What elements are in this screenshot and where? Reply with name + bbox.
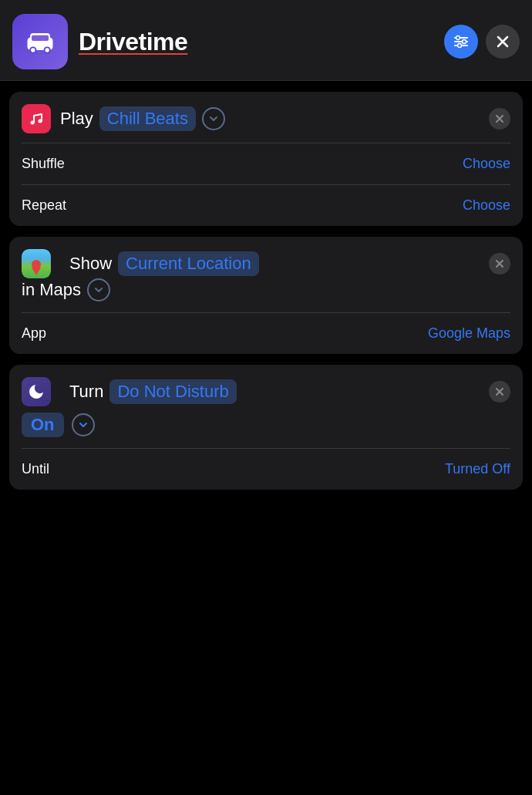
- play-param[interactable]: Chill Beats: [99, 106, 196, 131]
- play-chevron[interactable]: [202, 107, 225, 130]
- repeat-value[interactable]: Choose: [463, 197, 510, 214]
- shuffle-label: Shuffle: [22, 156, 65, 172]
- sliders-icon: [453, 33, 470, 50]
- sliders-button[interactable]: [444, 25, 478, 59]
- dnd-card: Turn Do Not Disturb On Until Turned Off: [9, 365, 523, 490]
- maps-suffix-row: in Maps: [9, 278, 523, 312]
- music-note-icon: [28, 110, 45, 127]
- shuffle-value[interactable]: Choose: [463, 156, 510, 172]
- header-controls: [444, 25, 520, 59]
- shuffle-row: Shuffle Choose: [9, 143, 523, 184]
- close-icon: [497, 35, 509, 48]
- close-icon: [495, 387, 504, 396]
- svg-point-12: [458, 44, 462, 48]
- until-label: Until: [22, 461, 49, 477]
- header: Drivetime: [0, 0, 532, 81]
- app-title: Drivetime: [79, 28, 444, 56]
- svg-point-10: [456, 36, 460, 40]
- maps-chevron[interactable]: [87, 278, 110, 301]
- until-value[interactable]: Turned Off: [445, 461, 510, 477]
- play-close-button[interactable]: [489, 108, 510, 130]
- play-verb: Play: [60, 109, 93, 129]
- dnd-header-content: Turn Do Not Disturb: [69, 379, 489, 404]
- until-row: Until Turned Off: [9, 449, 523, 490]
- play-card-header: Play Chill Beats: [9, 92, 523, 143]
- svg-point-11: [463, 40, 466, 44]
- repeat-label: Repeat: [22, 197, 66, 214]
- maps-verb: Show: [69, 254, 112, 274]
- play-header-content: Play Chill Beats: [60, 106, 489, 131]
- close-icon: [495, 259, 504, 268]
- dnd-close-button[interactable]: [489, 381, 510, 403]
- app-row: App Google Maps: [9, 313, 523, 354]
- chevron-down-icon: [94, 285, 103, 295]
- dnd-state[interactable]: On: [22, 413, 64, 437]
- app-icon: [12, 14, 68, 69]
- chevron-down-icon: [79, 420, 88, 430]
- maps-icon-img: [22, 249, 51, 278]
- close-header-button[interactable]: [486, 25, 520, 59]
- maps-header-content: Show Current Location: [69, 251, 489, 276]
- chevron-down-icon: [209, 114, 218, 123]
- app-value[interactable]: Google Maps: [428, 325, 510, 342]
- svg-point-3: [31, 48, 35, 52]
- repeat-row: Repeat Choose: [9, 185, 523, 226]
- dnd-chevron[interactable]: [72, 413, 95, 436]
- svg-point-15: [31, 121, 35, 125]
- dnd-param[interactable]: Do Not Disturb: [109, 379, 236, 404]
- maps-suffix: in Maps: [22, 280, 81, 300]
- dnd-card-header: Turn Do Not Disturb: [9, 365, 523, 406]
- close-icon: [495, 114, 504, 123]
- moon-icon: [27, 382, 45, 401]
- maps-card: Show Current Location in Maps App Google…: [9, 237, 523, 354]
- app-label: App: [22, 325, 46, 342]
- maps-close-button[interactable]: [489, 253, 510, 275]
- dnd-verb: Turn: [69, 382, 103, 402]
- dnd-state-row: On: [9, 406, 523, 448]
- music-icon: [22, 104, 51, 133]
- maps-card-header: Show Current Location: [9, 237, 523, 278]
- car-icon: [23, 25, 57, 59]
- maps-param[interactable]: Current Location: [118, 251, 259, 276]
- svg-point-5: [45, 48, 49, 52]
- dnd-icon: [22, 377, 51, 406]
- svg-rect-6: [32, 35, 49, 41]
- play-card: Play Chill Beats Shuffle Choose Repeat C…: [9, 92, 523, 226]
- maps-icon: [22, 249, 51, 278]
- svg-point-16: [39, 120, 42, 123]
